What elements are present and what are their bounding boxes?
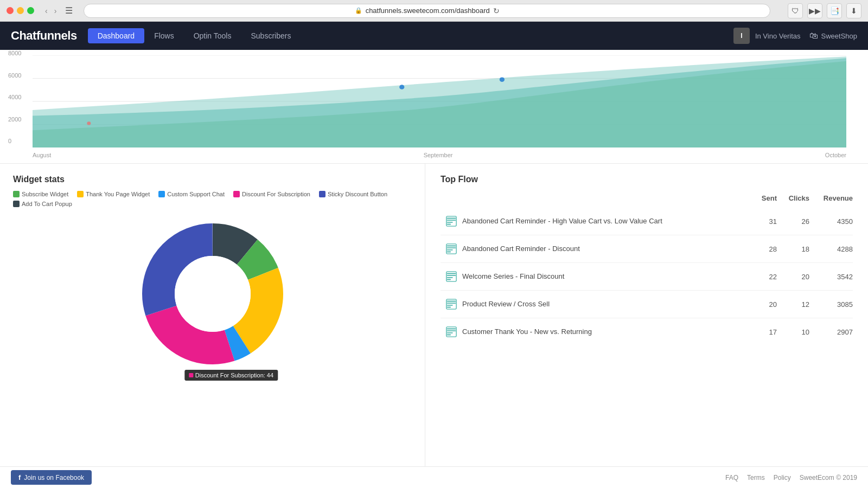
svg-rect-18 xyxy=(446,299,456,309)
flow-clicks: 12 xyxy=(777,300,809,309)
shop-section: 🛍 SweetShop xyxy=(809,31,858,41)
flow-table-header: Sent Clicks Revenue xyxy=(441,191,853,208)
legend-label-cart: Add To Cart Popup xyxy=(22,201,72,207)
flow-clicks: 26 xyxy=(777,217,809,226)
footer-policy[interactable]: Policy xyxy=(774,474,791,481)
y-label-8000: 8000 xyxy=(8,50,21,56)
user-name: In Vino Veritas xyxy=(755,32,801,40)
legend-sticky-discount: Sticky Discount Button xyxy=(319,191,387,197)
flow-icon xyxy=(441,298,462,310)
flow-clicks: 18 xyxy=(777,245,809,253)
flow-revenue: 3085 xyxy=(809,300,853,309)
url-text: chatfunnels.sweetecom.com/dashboard xyxy=(366,7,490,15)
x-label-august: August xyxy=(33,152,51,158)
footer-links: FAQ Terms Policy SweetEcom © 2019 xyxy=(725,474,857,481)
legend-discount-subscription: Discount For Subscription xyxy=(233,191,310,197)
flow-revenue: 2907 xyxy=(809,328,853,336)
browser-actions: 🛡 ▶▶ 📑 ⬇ xyxy=(788,3,861,18)
flow-row: Welcome Series - Final Discount 22 20 35… xyxy=(441,263,853,291)
legend-dot-support xyxy=(158,191,165,197)
legend-label-support: Custom Support Chat xyxy=(167,191,225,197)
back-button[interactable]: ‹ xyxy=(43,5,50,16)
chart-legend: Subscribe Widget Thank You Page Widget C… xyxy=(13,191,412,207)
flow-revenue: 4350 xyxy=(809,217,853,226)
facebook-icon: f xyxy=(18,473,21,481)
header-icon-col xyxy=(441,194,462,202)
legend-add-to-cart: Add To Cart Popup xyxy=(13,201,72,207)
flow-name: Abandoned Cart Reminder - High Value Car… xyxy=(462,217,744,226)
widget-stats-title: Widget stats xyxy=(13,175,412,184)
nav-optin-tools[interactable]: Optin Tools xyxy=(184,28,241,43)
donut-tooltip: Discount For Subscription: 44 xyxy=(184,370,278,381)
flow-row: Abandoned Cart Reminder - Discount 28 18… xyxy=(441,235,853,263)
maximize-button[interactable] xyxy=(27,7,34,14)
svg-rect-19 xyxy=(446,327,456,337)
header-name-col xyxy=(462,194,744,202)
flow-clicks: 10 xyxy=(777,328,809,336)
chart-x-labels: August September October xyxy=(33,150,846,158)
bookmark-icon[interactable]: 📑 xyxy=(827,3,842,18)
download-icon[interactable]: ⬇ xyxy=(846,3,861,18)
svg-point-6 xyxy=(500,77,505,82)
y-label-2000: 2000 xyxy=(8,116,21,123)
header-clicks-col: Clicks xyxy=(777,194,809,202)
logo: Chatfunnels xyxy=(11,29,77,43)
play-icon[interactable]: ▶▶ xyxy=(807,3,822,18)
browser-nav: ‹ › xyxy=(43,5,59,16)
flow-name: Abandoned Cart Reminder - Discount xyxy=(462,245,744,254)
shop-name: SweetShop xyxy=(821,32,858,40)
address-bar[interactable]: 🔒 chatfunnels.sweetecom.com/dashboard ↻ xyxy=(84,4,770,18)
flow-icon xyxy=(441,271,462,282)
flow-icon xyxy=(441,243,462,255)
legend-dot-subscribe xyxy=(13,191,20,197)
legend-dot-discount xyxy=(233,191,240,197)
facebook-label: Join us on Facebook xyxy=(24,474,84,481)
footer-faq[interactable]: FAQ xyxy=(725,474,738,481)
sidebar-toggle-button[interactable]: ☰ xyxy=(65,5,73,16)
shop-icon: 🛍 xyxy=(809,31,818,41)
tooltip-dot xyxy=(189,373,193,377)
y-label-4000: 4000 xyxy=(8,94,21,100)
flow-row: Abandoned Cart Reminder - High Value Car… xyxy=(441,208,853,235)
flow-revenue: 3542 xyxy=(809,273,853,281)
page-footer: f Join us on Facebook FAQ Terms Policy S… xyxy=(0,466,868,488)
donut-chart-container: Discount For Subscription: 44 xyxy=(13,213,412,375)
flow-sent: 31 xyxy=(744,217,777,226)
flow-name: Welcome Series - Final Discount xyxy=(462,272,744,281)
footer-copyright: SweetEcom © 2019 xyxy=(800,474,857,481)
flow-sent: 20 xyxy=(744,300,777,309)
nav-dashboard[interactable]: Dashboard xyxy=(88,28,145,43)
legend-dot-thankyou xyxy=(77,191,84,197)
shield-icon[interactable]: 🛡 xyxy=(788,3,803,18)
forward-button[interactable]: › xyxy=(52,5,59,16)
legend-dot-cart xyxy=(13,201,20,207)
legend-subscribe-widget: Subscribe Widget xyxy=(13,191,68,197)
reload-button[interactable]: ↻ xyxy=(493,7,500,15)
app-header: Chatfunnels Dashboard Flows Optin Tools … xyxy=(0,22,868,50)
y-label-6000: 6000 xyxy=(8,72,21,79)
y-label-0: 0 xyxy=(8,138,21,144)
nav-flows[interactable]: Flows xyxy=(144,28,184,43)
nav-subscribers[interactable]: Subscribers xyxy=(241,28,301,43)
browser-chrome: ‹ › ☰ 🔒 chatfunnels.sweetecom.com/dashbo… xyxy=(0,0,868,22)
flow-row: Customer Thank You - New vs. Returning 1… xyxy=(441,318,853,345)
minimize-button[interactable] xyxy=(17,7,24,14)
flow-clicks: 20 xyxy=(777,273,809,281)
flow-sent: 17 xyxy=(744,328,777,336)
widget-stats-panel: Widget stats Subscribe Widget Thank You … xyxy=(0,164,425,487)
close-button[interactable] xyxy=(7,7,14,14)
chart-area: 0 2000 4000 6000 8000 August September O… xyxy=(0,50,868,164)
top-flow-panel: Top Flow Sent Clicks Revenue Abandoned C… xyxy=(425,164,868,487)
avatar: I xyxy=(733,28,750,44)
flow-name: Product Review / Cross Sell xyxy=(462,300,744,309)
legend-label-sticky: Sticky Discount Button xyxy=(328,191,387,197)
legend-label-subscribe: Subscribe Widget xyxy=(22,191,68,197)
facebook-button[interactable]: f Join us on Facebook xyxy=(11,470,92,485)
header-sent-col: Sent xyxy=(744,194,777,202)
flow-sent: 28 xyxy=(744,245,777,253)
svg-point-5 xyxy=(399,85,404,89)
flow-icon xyxy=(441,215,462,227)
top-flow-title: Top Flow xyxy=(441,175,853,184)
legend-label-discount: Discount For Subscription xyxy=(242,191,310,197)
footer-terms[interactable]: Terms xyxy=(747,474,765,481)
